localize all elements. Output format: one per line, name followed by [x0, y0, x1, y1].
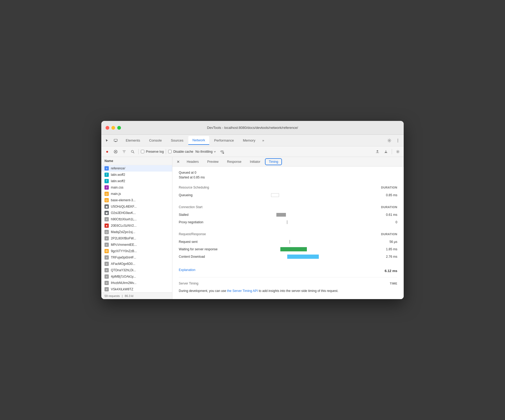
- timing-explanation-row: Explanation 6.12 ms: [179, 267, 397, 273]
- preserve-log-input[interactable]: [141, 150, 144, 153]
- tab-memory[interactable]: Memory: [239, 136, 260, 145]
- waiting-bar-area: [232, 247, 376, 251]
- tab-icon-group: [103, 137, 119, 144]
- sidebar-item-qtd[interactable]: ≡ QTDnaY32hLDi...: [101, 267, 172, 273]
- resource-scheduling-col: DURATION: [381, 186, 397, 189]
- sidebar-item-name-5: base-element-3...: [111, 198, 169, 202]
- tab-actions: [386, 137, 402, 144]
- tab-performance[interactable]: Performance: [210, 136, 238, 145]
- stalled-bar-container: [234, 213, 319, 217]
- sidebar-item-base-element[interactable]: ◎ base-element-3...: [101, 197, 172, 203]
- file-icon-gray-3: ≡: [105, 236, 109, 240]
- close-detail-button[interactable]: ✕: [175, 159, 182, 165]
- maximize-button[interactable]: [117, 126, 121, 130]
- file-icon-gray-6: ≡: [105, 262, 109, 266]
- sidebar-item-2p2[interactable]: ≡ 2P2L80XfBoFW...: [101, 235, 172, 242]
- sidebar-item-20e[interactable]: ● 20E6CLcSzNV2...: [101, 222, 172, 229]
- request-response-header: Request/Response DURATION: [179, 232, 397, 236]
- tab-sources[interactable]: Sources: [167, 136, 188, 145]
- sub-tab-timing[interactable]: Timing: [265, 158, 282, 165]
- titlebar: DevTools - localhost:8080/docs/devtools/…: [101, 121, 404, 135]
- clear-button[interactable]: [112, 148, 119, 155]
- sidebar-item-o2s[interactable]: ▣ O2slJEHG9avK...: [101, 210, 172, 216]
- sub-tab-headers[interactable]: Headers: [183, 158, 202, 165]
- timing-row-stalled: Stalled 0.61 ms: [179, 211, 397, 218]
- device-icon[interactable]: [112, 137, 119, 144]
- sidebar-item-madq[interactable]: ◎ MadqZslZpo1sj...: [101, 229, 172, 235]
- disable-cache-input[interactable]: [168, 150, 172, 153]
- queueing-bar-area: [232, 193, 376, 197]
- sidebar-item-name-reference: reference/: [111, 167, 169, 170]
- file-icon-red: ●: [105, 224, 109, 228]
- divider-2: [166, 149, 166, 154]
- waiting-duration: 1.85 ms: [376, 247, 397, 251]
- file-icon-gray-5: ≡: [105, 255, 109, 260]
- connection-start-col: DURATION: [381, 205, 397, 209]
- svg-point-7: [131, 150, 133, 152]
- download-bar-container: [234, 255, 319, 259]
- file-icon-gray-1: ≡: [105, 217, 109, 221]
- divider-1: [138, 149, 139, 154]
- file-icon-gray-2: ◎: [105, 230, 109, 234]
- tab-network[interactable]: Network: [188, 136, 210, 145]
- sidebar-item-name-12: MPcVmmemtEE...: [111, 243, 169, 247]
- proxy-bar-area: [232, 220, 376, 224]
- settings-icon-2[interactable]: [394, 148, 402, 155]
- sidebar-item-trf[interactable]: ≡ TRFujw0pi0nHF...: [101, 254, 172, 261]
- svg-point-9: [397, 151, 398, 152]
- settings-icon[interactable]: [386, 137, 393, 144]
- server-timing-section: Server Timing TIME During development, y…: [179, 282, 397, 294]
- stalled-bar-area: [232, 213, 376, 217]
- sidebar-item-vsk[interactable]: ≡ VSk4XiLkW8TZ: [101, 286, 172, 292]
- sidebar-item-name-17: 4plMBj7zOAk1y...: [111, 275, 169, 278]
- sidebar-item-ihvz[interactable]: ≡ IHvzbNUlrm2Mv...: [101, 280, 172, 286]
- sidebar-item-latin-woff2-2[interactable]: T latin.woff2: [101, 178, 172, 184]
- minimize-button[interactable]: [111, 126, 115, 130]
- sidebar-item-name-13: 9gzXiTYY0nZzB...: [111, 249, 169, 253]
- kebab-menu-icon[interactable]: [394, 137, 402, 144]
- explanation-link[interactable]: Explanation: [179, 268, 195, 272]
- timing-row-proxy: Proxy negotiation 0: [179, 218, 397, 226]
- sidebar-item-name-7: O2slJEHG9avK...: [111, 211, 169, 215]
- sub-tabs: ✕ Headers Preview Response Initiator Tim…: [172, 157, 404, 167]
- more-tabs-button[interactable]: »: [260, 137, 266, 143]
- tab-elements[interactable]: Elements: [121, 136, 144, 145]
- sidebar-item-name-16: QTDnaY32hLDi...: [111, 268, 169, 272]
- proxy-bar: [287, 220, 287, 224]
- sub-tab-initiator[interactable]: Initiator: [246, 158, 264, 165]
- sidebar-item-name-14: TRFujw0pi0nHF...: [111, 256, 169, 259]
- sidebar-item-afac[interactable]: ≡ AFacMOgv6D0...: [101, 261, 172, 267]
- tab-console[interactable]: Console: [145, 136, 166, 145]
- preserve-log-checkbox[interactable]: Preserve log: [141, 150, 164, 154]
- timing-divider: [179, 277, 397, 277]
- cursor-icon[interactable]: [103, 137, 111, 144]
- sub-tab-preview[interactable]: Preview: [203, 158, 222, 165]
- filter-icon[interactable]: [120, 148, 128, 155]
- sidebar-item-9gz[interactable]: ⚙ 9gzXiTYY0nZzB...: [101, 248, 172, 254]
- sidebar-item-reference[interactable]: ≡ reference/: [101, 165, 172, 172]
- sub-tab-response[interactable]: Response: [223, 158, 245, 165]
- record-button[interactable]: ●: [103, 148, 111, 155]
- server-timing-api-link[interactable]: the Server Timing API: [227, 289, 258, 293]
- disable-cache-checkbox[interactable]: Disable cache: [168, 150, 193, 154]
- wifi-settings-icon[interactable]: [218, 148, 226, 155]
- sidebar-item-h90[interactable]: ≡ h90CtfziXluvh1L...: [101, 216, 172, 222]
- stalled-label: Stalled: [179, 213, 232, 217]
- network-toolbar: ● Preserve log Disable cache No throttli: [101, 146, 404, 157]
- upload-icon[interactable]: [374, 148, 381, 155]
- file-icon-gray-10: ≡: [105, 287, 109, 291]
- sidebar-item-4pl[interactable]: ≡ 4plMBj7zOAk1y...: [101, 273, 172, 280]
- sidebar-item-main-css[interactable]: # main.css: [101, 184, 172, 191]
- request-sent-bar-container: [234, 240, 319, 244]
- file-icon-js-2: ◎: [105, 198, 109, 202]
- sidebar-item-main-js[interactable]: ◎ main.js: [101, 191, 172, 197]
- timing-row-queueing: Queueing 0.85 ms: [179, 191, 397, 199]
- close-button[interactable]: [106, 126, 109, 130]
- download-icon[interactable]: [382, 148, 390, 155]
- sidebar-item-u5o[interactable]: ▣ U5OHzQL4tEKF...: [101, 203, 172, 210]
- search-icon[interactable]: [129, 148, 136, 155]
- devtools-body: Elements Console Sources Network Perform…: [101, 135, 404, 299]
- sidebar-item-mpc[interactable]: ≡ MPcVmmemtEE...: [101, 242, 172, 248]
- sidebar-item-latin-woff2-1[interactable]: T latin.woff2: [101, 172, 172, 178]
- throttle-select[interactable]: No throttling: [194, 149, 217, 154]
